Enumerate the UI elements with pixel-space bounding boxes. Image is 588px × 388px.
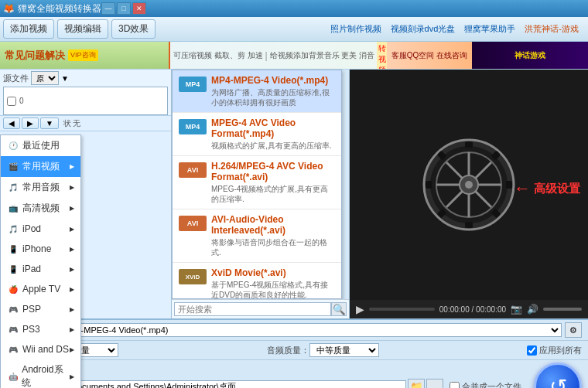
ppt-btn[interactable]: PPT转视频 — [377, 42, 386, 70]
svg-rect-15 — [426, 181, 432, 189]
volume-bar[interactable] — [543, 308, 582, 311]
format-item-avi-1[interactable]: AVI H.264/MPEG-4 AVC Video Format(*.avi)… — [173, 156, 341, 209]
camera-button[interactable]: 📷 — [511, 304, 522, 315]
menu-iphone[interactable]: 📱 iPhone ▶ — [1, 239, 80, 259]
maximize-button[interactable]: □ — [117, 2, 131, 15]
apply-all-checkbox[interactable] — [527, 345, 537, 356]
video-edit-button[interactable]: 视频编辑 — [57, 19, 108, 39]
source-label: 源文件 — [3, 73, 29, 84]
output-folder-button[interactable]: 📁 — [408, 379, 425, 388]
menu-psp-label: PSP — [22, 304, 41, 315]
menu-common-audio[interactable]: 🎵 常用音频 ▶ — [1, 177, 80, 198]
format-badge-mp4-1: MP4 — [179, 77, 207, 92]
banner-title: 常见问题解决 — [5, 49, 65, 63]
add-video-button[interactable]: 添加视频 — [3, 19, 54, 39]
file-area: 0 — [3, 87, 168, 115]
left-menu-area: 源文件 原 ▼ 0 ◀ ▶ ▼ 状 无 🕐 — [0, 70, 172, 318]
merge-label: 合并成一个文件 — [462, 381, 521, 389]
title-bar: 🦊 狸窝全能视频转换器 — □ ✕ — [0, 0, 588, 17]
menu-appletv-label: Apple TV — [22, 284, 60, 294]
sub-nav-game[interactable]: 洪荒神话-游戏 — [525, 23, 579, 35]
common-video-icon: 🎬 — [7, 161, 19, 173]
menu-ipod[interactable]: 🎵 iPod ▶ — [1, 219, 80, 239]
format-item-avi-2[interactable]: AVI AVI-Audio-Video Interleaved(*.avi) 将… — [173, 209, 341, 263]
menu-wii[interactable]: 🎮 Wii and DS ▶ — [1, 339, 80, 359]
convert-button[interactable]: ↺ — [534, 362, 582, 388]
menu-appletv[interactable]: 🍎 Apple TV ▶ — [1, 279, 80, 299]
sub-nav-apple[interactable]: 狸窝苹果助手 — [464, 23, 515, 35]
format-desc-2: 视频格式的扩展,具有更高的压缩率. — [211, 141, 335, 151]
ipad-icon: 📱 — [7, 263, 19, 275]
format-desc-3: MPEG-4视频格式的扩展,具有更高的压缩率. — [211, 184, 335, 204]
format-item-text-3: H.264/MPEG-4 AVC Video Format(*.avi) MPE… — [211, 161, 335, 204]
wii-icon: 🎮 — [7, 343, 19, 356]
format-badge-avi-1: AVI — [179, 162, 207, 178]
3d-effect-button[interactable]: 3D效果 — [111, 19, 156, 39]
menu-common-video-label: 常用视频 — [22, 160, 60, 173]
play-button[interactable]: ▶ — [356, 303, 364, 315]
output-path-input[interactable] — [56, 380, 406, 388]
first-level-menu: 🕐 最近使用 🎬 常用视频 ▶ 🎵 常用音频 ▶ 📺 高清视频 ▶ — [0, 134, 81, 388]
menu-recent[interactable]: 🕐 最近使用 — [1, 135, 80, 156]
advanced-settings-annotation: ← 高级设置 — [514, 179, 580, 199]
format-search-button[interactable]: 🔍 — [331, 302, 347, 316]
app-title: 狸窝全能视频转换器 — [18, 2, 101, 15]
sub-nav-dvd[interactable]: 视频刻录dvd光盘 — [391, 23, 456, 35]
format-item-text-5: XviD Movie(*.avi) 基于MPEG-4视频压缩格式,具有接近DVD… — [211, 267, 335, 299]
submenu-arrow-8: ▶ — [70, 306, 74, 313]
submenu-arrow-5: ▶ — [70, 246, 74, 253]
preset-config-button[interactable]: ⚙ — [565, 322, 582, 338]
status-label: 状 — [63, 118, 71, 129]
format-title-2: MPEG-4 AVC Video Format(*.mp4) — [211, 117, 335, 139]
format-title-5: XviD Movie(*.avi) — [211, 267, 335, 278]
vip-badge[interactable]: VIP咨询 — [68, 49, 98, 61]
merge-checkbox[interactable] — [450, 382, 460, 389]
progress-bar[interactable] — [369, 308, 435, 311]
format-item-mp4-2[interactable]: MP4 MPEG-4 AVC Video Format(*.mp4) 视频格式的… — [173, 113, 341, 156]
menu-common-video[interactable]: 🎬 常用视频 ▶ — [1, 156, 80, 177]
arrow-icon: ← — [514, 179, 531, 199]
time-display: 00:00:00 / 00:00:00 — [439, 305, 506, 314]
menu-hd-video[interactable]: 📺 高清视频 ▶ — [1, 198, 80, 219]
format-badge-xvid: XViD — [179, 269, 207, 284]
btn-3[interactable]: ▼ — [40, 117, 59, 129]
source-arrow-icon: ▼ — [61, 74, 69, 83]
minimize-button[interactable]: — — [101, 2, 115, 15]
submenu-arrow-9: ▶ — [70, 326, 74, 333]
audio-quality-label: 音频质量： — [267, 345, 309, 356]
output-row: 输出目录： 📁 ... 合并成一个文件 ↺ — [0, 360, 588, 388]
advanced-settings-label: 高级设置 — [534, 182, 580, 196]
format-item-mp4-1[interactable]: MP4 MP4-MPEG-4 Video(*.mp4) 为网络广播、高质量的压缩… — [173, 70, 341, 113]
menu-iphone-label: iPhone — [22, 243, 51, 254]
output-browse-button[interactable]: ... — [426, 379, 443, 388]
format-title-4: AVI-Audio-Video Interleaved(*.avi) — [211, 214, 335, 236]
preset-select[interactable]: MP4-MPEG-4 Video(*.mp4) — [56, 323, 562, 337]
source-dropdown[interactable]: 原 — [31, 71, 59, 85]
format-item-xvid[interactable]: XViD XviD Movie(*.avi) 基于MPEG-4视频压缩格式,具有… — [173, 263, 341, 299]
menu-recent-label: 最近使用 — [22, 139, 60, 152]
convert-button-area: ↺ — [534, 362, 582, 388]
title-bar-buttons: — □ ✕ — [101, 2, 146, 15]
audio-quality-select[interactable]: 中等质量 — [309, 343, 379, 357]
menu-ipad[interactable]: 📱 iPad ▶ — [1, 259, 80, 279]
btn-2[interactable]: ▶ — [22, 117, 39, 129]
merge-row: 合并成一个文件 — [450, 381, 521, 389]
format-panel: MP4 MP4-MPEG-4 Video(*.mp4) 为网络广播、高质量的压缩… — [172, 70, 342, 299]
apply-all-label: 应用到所有 — [539, 345, 582, 356]
submenu-arrow-3: ▶ — [70, 205, 74, 212]
format-search-input[interactable] — [174, 302, 331, 316]
sub-nav-photo[interactable]: 照片制作视频 — [330, 23, 381, 35]
banner-game-ad: 神话游戏 — [472, 42, 588, 69]
menu-android[interactable]: 🤖 Android系统 ▶ — [1, 359, 80, 388]
recent-icon: 🕐 — [7, 140, 19, 152]
menu-psp[interactable]: 🎮 PSP ▶ — [1, 299, 80, 319]
btn-1[interactable]: ◀ — [3, 117, 20, 129]
svg-rect-16 — [506, 181, 512, 189]
close-button[interactable]: ✕ — [132, 2, 146, 15]
quality-row: 视频质量： 中等质量 音频质量： 中等质量 应用到所有 — [0, 341, 588, 360]
content-area: 源文件 原 ▼ 0 ◀ ▶ ▼ 状 无 🕐 — [0, 70, 588, 318]
banner-item-1: 可压缩视频 截取、剪 加速 — [173, 50, 263, 61]
svg-point-12 — [465, 181, 473, 189]
file-checkbox[interactable] — [7, 97, 16, 106]
menu-ps3[interactable]: 🎮 PS3 ▶ — [1, 319, 80, 339]
